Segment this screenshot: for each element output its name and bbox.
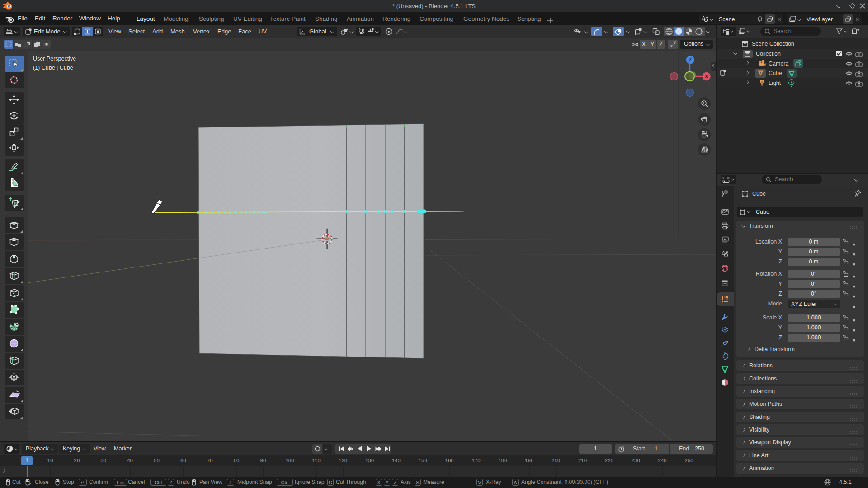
svg-text:X: X — [705, 74, 708, 79]
svg-text:Z: Z — [689, 57, 692, 62]
